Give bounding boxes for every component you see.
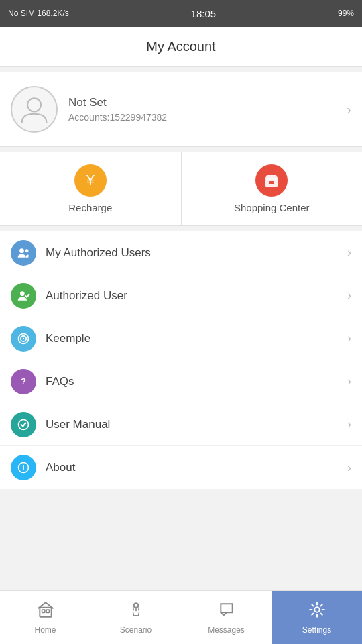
authorized-users-icon — [11, 240, 36, 266]
authorized-users-label: My Authorized Users — [46, 246, 347, 260]
messages-icon — [218, 601, 235, 623]
menu-chevron-icon: › — [347, 374, 351, 388]
nav-settings[interactable]: Settings — [272, 591, 362, 644]
menu-chevron-icon: › — [347, 288, 351, 303]
shopping-label: Shopping Center — [234, 202, 310, 213]
recharge-icon: ¥ — [74, 164, 107, 197]
menu-item-authorized-users[interactable]: My Authorized Users › — [0, 231, 362, 274]
menu-item-user-manual[interactable]: User Manual › — [0, 403, 362, 446]
menu-item-keemple[interactable]: Keemple › — [0, 317, 362, 360]
avatar — [11, 86, 58, 133]
faqs-icon: ? — [11, 369, 36, 394]
nav-scenario[interactable]: Scenario — [90, 591, 181, 644]
messages-nav-label: Messages — [208, 625, 245, 635]
svg-point-9 — [23, 337, 25, 339]
settings-nav-label: Settings — [302, 625, 331, 635]
nav-home[interactable]: Home — [0, 591, 90, 644]
authorized-user-label: Authorized User — [46, 289, 347, 303]
home-icon — [37, 601, 54, 623]
profile-section[interactable]: Not Set Accounts:15229947382 › — [0, 72, 362, 147]
svg-text:i: i — [22, 463, 24, 472]
profile-info: Not Set Accounts:15229947382 — [68, 96, 347, 123]
svg-point-0 — [27, 98, 41, 111]
authorized-user-icon — [11, 283, 36, 309]
status-bar: No SIM 168.2K/s 18:05 99% — [0, 0, 362, 27]
menu-item-about[interactable]: i About › — [0, 446, 362, 489]
user-manual-icon — [11, 412, 36, 437]
shopping-center-button[interactable]: Shopping Center — [182, 152, 363, 225]
menu-item-authorized-user[interactable]: Authorized User › — [0, 274, 362, 317]
svg-point-4 — [19, 248, 24, 253]
status-signal: No SIM 168.2K/s — [8, 9, 69, 18]
svg-rect-2 — [269, 181, 274, 184]
svg-rect-18 — [46, 610, 49, 612]
menu-chevron-icon: › — [347, 461, 351, 475]
svg-point-5 — [25, 249, 29, 252]
shopping-icon — [255, 164, 288, 197]
home-nav-label: Home — [34, 625, 56, 635]
svg-point-21 — [314, 607, 320, 612]
bottom-nav: Home Scenario Messages — [0, 590, 362, 644]
svg-point-19 — [133, 603, 138, 608]
svg-text:?: ? — [21, 376, 26, 386]
recharge-label: Recharge — [68, 202, 112, 213]
scenario-nav-label: Scenario — [120, 625, 152, 635]
nav-messages[interactable]: Messages — [181, 591, 272, 644]
quick-actions: ¥ Recharge Shopping Center — [0, 152, 362, 226]
faqs-label: FAQs — [46, 375, 347, 388]
user-manual-label: User Manual — [46, 418, 347, 431]
menu-item-faqs[interactable]: ? FAQs › — [0, 360, 362, 403]
menu-chevron-icon: › — [347, 331, 351, 345]
keemple-label: Keemple — [46, 332, 347, 345]
menu-chevron-icon: › — [347, 417, 351, 431]
header: My Account — [0, 27, 362, 67]
profile-account: Accounts:15229947382 — [68, 112, 347, 123]
recharge-button[interactable]: ¥ Recharge — [0, 152, 182, 225]
keemple-icon — [11, 326, 36, 352]
svg-point-6 — [20, 291, 25, 296]
about-icon: i — [11, 455, 36, 480]
profile-name: Not Set — [68, 96, 347, 109]
status-time: 18:05 — [191, 8, 217, 19]
svg-rect-17 — [42, 610, 44, 612]
scenario-icon — [127, 601, 145, 623]
menu-chevron-icon: › — [347, 246, 351, 260]
about-label: About — [46, 461, 347, 474]
status-battery: 99% — [338, 9, 354, 18]
profile-chevron-icon: › — [347, 102, 351, 117]
page-title: My Account — [146, 39, 215, 54]
settings-icon — [308, 601, 326, 623]
menu-list: My Authorized Users › Authorized User › … — [0, 231, 362, 489]
